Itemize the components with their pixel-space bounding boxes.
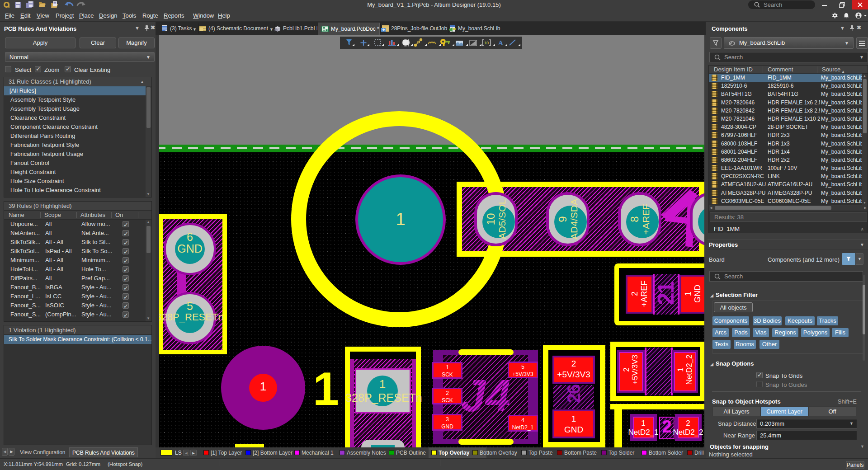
svg-text:A: A	[498, 39, 503, 47]
svg-text:10: 10	[484, 41, 489, 45]
